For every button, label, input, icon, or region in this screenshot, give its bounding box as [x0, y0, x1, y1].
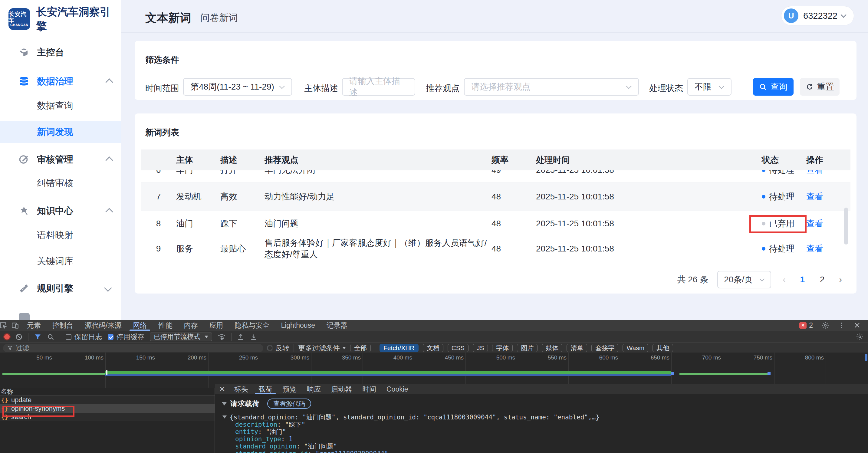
- error-badge[interactable]: ✕ 2: [799, 321, 813, 329]
- view-link[interactable]: 查看: [806, 170, 850, 176]
- devtools-scrollbar-thumb[interactable]: [865, 354, 867, 361]
- page-size-select[interactable]: 20条/页: [717, 271, 771, 288]
- page-subtitle[interactable]: 问卷新词: [200, 11, 238, 24]
- tab-memory[interactable]: 内存: [178, 320, 204, 331]
- tab-console[interactable]: 控制台: [46, 320, 79, 331]
- chevron-down-icon: [104, 284, 112, 292]
- table-row[interactable]: 7 发动机 高效 动力性能好/动力足 48 2025-11-25 10:01:5…: [141, 183, 850, 211]
- page-2[interactable]: 2: [817, 275, 828, 285]
- record-button[interactable]: [4, 334, 10, 339]
- filter-funnel-icon[interactable]: [34, 333, 41, 341]
- network-settings-gear-icon[interactable]: [856, 333, 864, 341]
- sidebar-item-data-query[interactable]: 数据查询: [0, 94, 121, 117]
- detail-tab-headers[interactable]: 标头: [229, 384, 253, 394]
- status-select[interactable]: 不限: [687, 78, 732, 96]
- tab-application[interactable]: 应用: [204, 320, 229, 331]
- chip-font[interactable]: 字体: [492, 344, 513, 352]
- chip-other[interactable]: 其他: [652, 344, 673, 352]
- col-frequency: 频率: [492, 154, 536, 166]
- collapse-triangle-icon: [222, 402, 227, 406]
- status-text: 待处理: [769, 191, 795, 202]
- chip-doc[interactable]: 文档: [423, 344, 443, 352]
- next-page-button[interactable]: ›: [837, 275, 844, 285]
- view-source-button[interactable]: 查看源代码: [267, 398, 311, 409]
- throttling-select[interactable]: 已停用节流模式: [150, 332, 212, 341]
- table-row[interactable]: 8 油门 踩下 油门问题 48 2025-11-25 10:01:58 已弃用 …: [141, 211, 850, 236]
- gear-icon[interactable]: [822, 321, 829, 329]
- tab-performance[interactable]: 性能: [153, 320, 178, 331]
- chip-fetch-xhr[interactable]: Fetch/XHR: [379, 344, 418, 352]
- sidebar-item-error-review[interactable]: 纠错审核: [0, 172, 121, 194]
- divider: [746, 78, 746, 96]
- network-conditions-icon[interactable]: [218, 333, 226, 341]
- payload-section-header[interactable]: 请求载荷 查看源代码: [222, 398, 868, 409]
- chip-all[interactable]: 全部: [350, 344, 371, 352]
- waterfall-bar[interactable]: [105, 371, 671, 376]
- disable-cache-toggle[interactable]: 停用缓存: [108, 332, 144, 342]
- chip-manifest[interactable]: 清单: [566, 344, 587, 352]
- chip-wasm[interactable]: Wasm: [623, 344, 648, 352]
- chip-media[interactable]: 媒体: [542, 344, 562, 352]
- payload-field: opinion_type: 1: [235, 435, 868, 443]
- chip-js[interactable]: JS: [473, 344, 488, 352]
- table-row[interactable]: 9 服务 最贴心 售后服务体验好｜厂家客服态度好｜（维）服务人员语气好/态度好/…: [141, 236, 850, 261]
- tab-lighthouse[interactable]: Lighthouse: [275, 320, 321, 331]
- tab-privacy[interactable]: 隐私与安全: [229, 320, 275, 331]
- detail-tab-preview[interactable]: 预览: [278, 384, 302, 394]
- inspect-icon[interactable]: [0, 320, 9, 331]
- device-toolbar-icon[interactable]: [9, 320, 21, 331]
- tab-recorder[interactable]: 记录器: [321, 320, 353, 331]
- sidebar-item-corpus-mapping[interactable]: 语料映射: [0, 224, 121, 246]
- page-1[interactable]: 1: [797, 275, 808, 285]
- opinion-select[interactable]: 请选择推荐观点: [464, 78, 639, 96]
- table-row-partial: [141, 261, 850, 271]
- detail-tab-initiator[interactable]: 启动器: [326, 384, 357, 394]
- chip-css[interactable]: CSS: [447, 344, 468, 352]
- sidebar-item-keyword-library[interactable]: 关键词库: [0, 250, 121, 272]
- more-filters-button[interactable]: 更多过滤条件: [298, 344, 346, 353]
- import-har-icon[interactable]: [237, 333, 245, 341]
- waterfall-bar[interactable]: [679, 373, 768, 375]
- detail-tab-payload[interactable]: 载荷: [253, 384, 278, 394]
- chip-socket[interactable]: 套接字: [591, 344, 618, 352]
- subject-input[interactable]: 请输入主体描述: [342, 78, 415, 96]
- request-row-update[interactable]: {} update: [0, 396, 215, 404]
- kebab-menu-icon[interactable]: [838, 322, 845, 329]
- search-icon[interactable]: [47, 333, 55, 341]
- sidebar-item-data-governance[interactable]: 数据治理: [0, 70, 121, 93]
- sidebar-item-rule-engine[interactable]: 规则引擎: [0, 277, 121, 299]
- close-icon[interactable]: [854, 322, 861, 329]
- invert-toggle[interactable]: 反转: [268, 344, 289, 353]
- expand-triangle-icon[interactable]: [222, 416, 227, 419]
- network-filter-input[interactable]: 过滤: [3, 344, 263, 352]
- table-scrollbar-thumb[interactable]: [844, 207, 848, 245]
- view-link[interactable]: 查看: [806, 243, 850, 255]
- sidebar-item-new-word-discovery[interactable]: 新词发现: [0, 121, 121, 143]
- search-button[interactable]: 查询: [753, 78, 794, 96]
- close-detail-icon[interactable]: ✕: [215, 385, 229, 393]
- prev-page-button[interactable]: ‹: [780, 275, 788, 285]
- detail-tab-response[interactable]: 响应: [302, 384, 326, 394]
- sidebar-item-review-management[interactable]: 审核管理: [0, 148, 121, 171]
- user-menu[interactable]: U 6322322: [781, 6, 854, 25]
- clear-icon[interactable]: [15, 333, 23, 341]
- reset-button[interactable]: 重置: [800, 78, 840, 96]
- table-row[interactable]: 6 车门 打开 车门无法开闭 49 2025-11-25 10:01:58 待处…: [141, 170, 850, 183]
- sidebar-item-dashboard[interactable]: 主控台: [0, 41, 121, 64]
- view-link[interactable]: 查看: [806, 191, 850, 202]
- detail-tab-timing[interactable]: 时间: [357, 384, 381, 394]
- sidebar-item-label: 语料映射: [37, 229, 73, 241]
- preserve-log-toggle[interactable]: 保留日志: [66, 332, 102, 342]
- tab-sources[interactable]: 源代码/来源: [79, 320, 127, 331]
- detail-tab-cookies[interactable]: Cookie: [381, 384, 413, 394]
- sidebar-item-knowledge-center[interactable]: 知识中心: [0, 200, 121, 222]
- export-har-icon[interactable]: [250, 333, 257, 341]
- waterfall-bar[interactable]: [2, 373, 105, 375]
- tab-elements[interactable]: 元素: [21, 320, 46, 331]
- time-range-select[interactable]: 第48周(11-23 ~ 11-29): [183, 78, 292, 96]
- tab-network[interactable]: 网络: [127, 320, 153, 331]
- sidebar-item-label: 规则引擎: [37, 282, 73, 295]
- request-name-header[interactable]: 名称: [0, 388, 215, 396]
- timeline-tick-label: 500 ms: [489, 354, 515, 361]
- chip-img[interactable]: 图片: [517, 344, 537, 352]
